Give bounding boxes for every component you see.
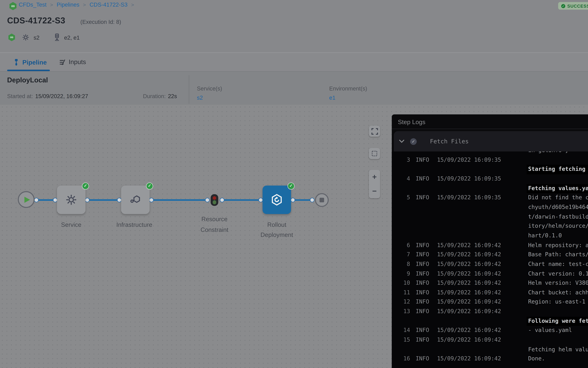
app-window: ∞ CFDs_Test > Pipelines > CDS-41722-S3 >…	[0, 0, 588, 368]
cd-module-icon: ∞	[9, 2, 17, 10]
selection-mode-button[interactable]	[369, 148, 380, 159]
environment-tag[interactable]: e2, e1	[64, 35, 80, 41]
log-timestamp: 15/09/2022 16:09:42	[437, 298, 504, 307]
log-timestamp: 15/09/2022 16:09:42	[437, 260, 504, 269]
log-row: 11INFO15/09/2022 16:09:42Chart bucket: a…	[392, 288, 588, 298]
red-light	[212, 196, 216, 200]
log-timestamp: 15/09/2022 16:09:42	[437, 326, 504, 336]
breadcrumb-pipeline-name[interactable]: CDS-41722-S3	[89, 1, 127, 8]
top-header: ∞ CFDs_Test > Pipelines > CDS-41722-S3 >…	[0, 0, 588, 52]
step-section-header[interactable]: ✓ Fetch Files ↑ ↓ 9s	[394, 131, 588, 151]
log-message: Did not find the chart and version in lo…	[528, 193, 588, 241]
zoom-controls: + −	[369, 170, 380, 198]
success-check-icon: ✓	[82, 183, 89, 190]
zoom-out-button[interactable]: −	[369, 184, 380, 198]
connector-line	[87, 199, 119, 201]
success-check-icon: ✓	[146, 183, 153, 190]
pipeline-end-node[interactable]	[315, 193, 329, 207]
node-label-rollout: Rollout Deployment	[255, 220, 299, 240]
service-link[interactable]: s2	[197, 95, 203, 101]
started-value: 15/09/2022, 16:09:27	[35, 93, 88, 99]
log-timestamp: 15/09/2022 16:09:42	[437, 336, 504, 345]
log-row: 13INFO15/09/2022 16:09:42Following were …	[392, 307, 588, 326]
inputs-icon	[59, 59, 66, 65]
log-timestamp: 15/09/2022 16:09:35	[437, 193, 504, 203]
log-timestamp: 15/09/2022 16:09:35	[437, 174, 504, 184]
log-message: Helm repository: aws-qa-setup-modified	[528, 241, 588, 250]
log-level: INFO	[416, 307, 433, 317]
breadcrumb-separator: >	[131, 2, 134, 8]
tab-inputs[interactable]: Inputs	[59, 58, 86, 66]
duration-value: 22s	[168, 93, 177, 99]
connector-port[interactable]	[219, 198, 224, 202]
step-name: Fetch Files	[430, 138, 469, 145]
gear-icon	[65, 194, 77, 206]
breadcrumb-project[interactable]: CFDs_Test	[19, 1, 47, 8]
tab-pipeline[interactable]: Pipeline	[13, 58, 47, 66]
log-row: 16INFO15/09/2022 16:09:42Done.	[392, 354, 588, 364]
log-line-number: 6	[396, 241, 410, 250]
log-timestamp: 15/09/2022 16:09:42	[437, 354, 504, 364]
log-level: INFO	[416, 298, 433, 307]
log-timestamp: 15/09/2022 16:09:42	[437, 279, 504, 288]
log-line-number: 12	[396, 298, 410, 307]
log-row: 8INFO15/09/2022 16:09:42Chart name: test…	[392, 260, 588, 269]
log-level: INFO	[416, 269, 433, 279]
log-timestamp: 15/09/2022 16:09:42	[437, 241, 504, 250]
connector-port[interactable]	[117, 198, 121, 202]
environment-link[interactable]: e1	[329, 95, 335, 101]
log-level: INFO	[416, 193, 433, 203]
started-label: Started at:	[7, 93, 33, 99]
execution-id: (Execution Id: 8)	[80, 19, 121, 25]
log-message: in getInfo }	[528, 151, 588, 155]
node-rollout-deployment[interactable]	[263, 185, 291, 214]
log-level: INFO	[416, 260, 433, 269]
gear-icon	[22, 34, 29, 41]
node-label-service: Service	[51, 220, 92, 230]
connector-port[interactable]	[53, 198, 57, 202]
cd-module-icon: ∞	[8, 34, 15, 41]
log-message: Fetching helm values completed successfu…	[528, 336, 588, 354]
log-line-number: 13	[396, 307, 410, 317]
rollout-icon	[270, 193, 283, 206]
connector-port[interactable]	[310, 198, 314, 202]
breadcrumb-pipelines[interactable]: Pipelines	[57, 1, 79, 8]
log-row: 6INFO15/09/2022 16:09:42Helm repository:…	[392, 241, 588, 250]
stop-icon	[320, 198, 324, 202]
status-badge: ✓ SUCCESS	[558, 2, 588, 10]
log-row: 3INFO15/09/2022 16:09:35Starting fetchin…	[392, 155, 588, 174]
success-check-icon: ✓	[561, 4, 565, 8]
node-infrastructure[interactable]	[121, 185, 150, 214]
duration-label: Duration:	[143, 93, 166, 99]
log-message: Starting fetching Helm values	[528, 155, 588, 174]
service-tag[interactable]: s2	[34, 35, 39, 41]
log-message: Fetching values.yaml from helm chart rep…	[528, 174, 588, 193]
environment-icon	[53, 33, 61, 42]
success-check-icon: ✓	[287, 183, 294, 190]
log-line-number: 7	[396, 250, 410, 260]
stage-summary: DeployLocal Started at: 15/09/2022, 16:0…	[0, 71, 588, 105]
node-service[interactable]	[57, 185, 85, 214]
fit-to-screen-button[interactable]	[369, 126, 380, 137]
environments-label: Environment(s)	[329, 85, 367, 92]
log-line-number: 9	[396, 269, 410, 279]
connector-port[interactable]	[258, 198, 263, 202]
connector-port[interactable]	[205, 198, 209, 202]
log-message: - values.yaml	[528, 326, 588, 336]
play-icon	[24, 196, 30, 202]
step-logs-panel: Step Logs Console View ✓ Fetch Files ↑ ↓	[392, 114, 588, 368]
log-level: INFO	[416, 326, 433, 336]
zoom-in-button[interactable]: +	[369, 170, 380, 184]
chevron-down-icon[interactable]	[399, 139, 405, 143]
log-timestamp: 15/09/2022 16:09:42	[437, 269, 504, 279]
log-line-number: 16	[396, 354, 410, 364]
node-resource-constraint[interactable]	[211, 194, 218, 206]
active-tab-underline	[7, 70, 50, 71]
log-message: Region: us-east-1	[528, 298, 588, 307]
log-level: INFO	[416, 174, 433, 184]
log-output[interactable]: in getInfo }3INFO15/09/2022 16:09:35Star…	[392, 151, 588, 368]
pipeline-start-node[interactable]	[18, 191, 35, 208]
breadcrumb: CFDs_Test > Pipelines > CDS-41722-S3 >	[19, 1, 136, 8]
log-line-number: 11	[396, 288, 410, 298]
log-row: 12INFO15/09/2022 16:09:42Region: us-east…	[392, 298, 588, 307]
